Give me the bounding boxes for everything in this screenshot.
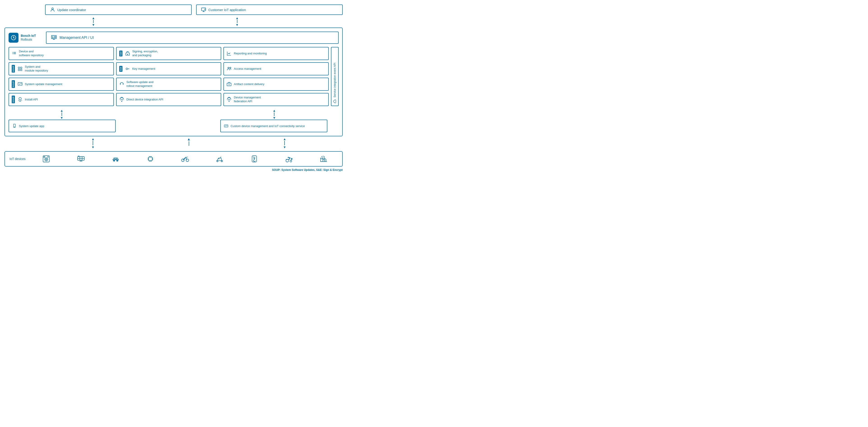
iot-label: IoT devices <box>9 157 26 161</box>
bottom-app-boxes: System update app Custom device manageme… <box>8 120 339 132</box>
management-api-bar: Management API / UI <box>46 32 339 44</box>
se-badge-1: S&E <box>119 51 122 56</box>
soup-badge-2: SOUP <box>12 80 15 88</box>
svg-rect-14 <box>21 67 22 68</box>
page-wrapper: Update coordinator Customer IoT applicat… <box>4 4 343 172</box>
device-software-repo-box: Device andsoftware repository <box>8 47 114 60</box>
services-grid: Device andsoftware repository S&E Signin… <box>8 47 329 106</box>
svg-rect-16 <box>21 69 22 70</box>
logo-area: Bosch IoT Rollouts <box>8 33 42 42</box>
install-api-box: SOUP Install API <box>8 93 114 106</box>
artifact-delivery-label: Artifact content delivery <box>234 82 264 86</box>
svg-rect-15 <box>18 69 20 70</box>
software-update-rollout-box: Software update androllout management <box>116 78 221 91</box>
svg-point-63 <box>286 159 288 162</box>
svg-point-18 <box>228 67 229 68</box>
customer-iot-label: Customer IoT application <box>208 8 246 12</box>
reporting-label: Reporting and monitoring <box>234 52 267 56</box>
module-icon <box>18 66 23 71</box>
factory-icon <box>320 155 328 163</box>
main-container: Bosch IoT Rollouts Management API / UI <box>4 28 343 136</box>
scooter-icon <box>216 155 224 163</box>
se-badge-2: S&E <box>119 66 122 72</box>
footer-note: SOUP: System Software Updates, S&E: Sign… <box>4 168 343 172</box>
custom-device-label: Custom device management and IoT connect… <box>230 124 305 128</box>
logo-text: Bosch IoT Rollouts <box>21 34 36 41</box>
mid-spacer <box>115 109 221 120</box>
software-update-rollout-label: Software update androllout management <box>126 80 154 88</box>
key-management-box: S&E Key management <box>116 62 221 75</box>
system-module-label: System andmodule repository <box>25 65 48 73</box>
svg-point-30 <box>44 158 48 161</box>
iot-devices-row: IoT devices <box>4 151 343 167</box>
right-down-arrow: ▲ ▼ <box>221 109 328 120</box>
svg-text:21°: 21° <box>253 156 254 158</box>
customer-iot-box: Customer IoT application <box>196 4 343 15</box>
tractor-icon <box>285 155 293 163</box>
svg-rect-13 <box>18 67 20 68</box>
chip-icon <box>146 155 154 163</box>
svg-point-17 <box>126 68 127 69</box>
direct-integration-label: Direct device integration API <box>126 98 163 102</box>
update-coordinator-label: Update coordinator <box>57 8 86 12</box>
middle-connectors: ▲ ▼ ▲ ▲ ▼ <box>4 137 343 149</box>
bottom-inner-section: ▲ ▼ ▲ ▼ <box>8 109 339 132</box>
product-name: Rollouts <box>21 38 36 41</box>
iot-icons-container: 21° <box>32 155 338 163</box>
svg-point-33 <box>48 156 49 157</box>
car-icon <box>112 155 120 163</box>
system-update-mgmt-box: SOUP System update management <box>8 78 114 91</box>
delivery-icon <box>226 82 231 87</box>
update-icon <box>18 82 23 87</box>
monitor-icon <box>201 7 206 12</box>
federation-icon <box>226 97 231 102</box>
management-api-icon <box>51 35 57 40</box>
system-update-app-label: System update app <box>19 124 44 128</box>
access-icon <box>226 66 231 71</box>
update-coordinator-box: Update coordinator <box>45 4 192 15</box>
top-connectors: ▲ ▼ ▲ ▼ <box>4 16 343 27</box>
custom-device-box: Custom device management and IoT connect… <box>220 120 328 132</box>
svg-point-3 <box>13 37 14 38</box>
svg-point-12 <box>127 54 128 55</box>
services-layout: Device andsoftware repository S&E Signin… <box>8 47 339 106</box>
bottom-arrows-row: ▲ ▼ ▲ ▼ <box>8 109 339 120</box>
cloud-api-icon <box>333 99 337 103</box>
system-update-mgmt-label: System update management <box>25 82 62 86</box>
svg-point-25 <box>229 101 229 102</box>
sidebar-api-bar: Service integration event API <box>331 47 339 106</box>
logo-svg <box>10 34 17 41</box>
top-row: Update coordinator Customer IoT applicat… <box>4 4 343 15</box>
person-icon <box>50 7 55 12</box>
left-top-arrow: ▲ ▼ <box>46 16 141 27</box>
svg-point-64 <box>290 160 292 162</box>
direct-icon <box>119 97 124 102</box>
brand-name: Bosch IoT <box>21 34 36 38</box>
svg-rect-65 <box>323 160 324 162</box>
device-mgmt-federation-box: Device managementfederation API <box>223 93 329 106</box>
svg-rect-28 <box>224 125 228 127</box>
footer-note-text: : System Software Updates, <box>280 168 316 172</box>
washer-icon <box>42 155 50 163</box>
access-management-box: Access management <box>223 62 329 75</box>
bosch-logo-icon <box>8 33 19 42</box>
custom-device-icon <box>224 124 228 128</box>
device-mgmt-federation-label: Device managementfederation API <box>234 96 260 103</box>
artifact-delivery-box: Artifact content delivery <box>223 78 329 91</box>
svg-point-31 <box>45 159 47 160</box>
encrypt-icon <box>125 51 130 56</box>
svg-point-24 <box>121 101 122 102</box>
install-icon <box>18 97 23 102</box>
svg-rect-41 <box>149 157 152 161</box>
reporting-monitoring-box: Reporting and monitoring <box>223 47 329 60</box>
solar-icon <box>77 155 85 163</box>
svg-rect-5 <box>54 36 56 38</box>
system-module-repo-box: SOUP System andmodule repository <box>8 62 114 75</box>
access-mgmt-label: Access management <box>234 67 261 71</box>
thermostat-icon: 21° <box>250 155 258 163</box>
svg-point-56 <box>186 157 186 158</box>
soup-badge-1: SOUP <box>12 65 15 73</box>
soup-label: SOUP <box>272 168 280 172</box>
phone-icon <box>12 124 17 128</box>
signing-encryption-box: S&E Signing, encryption,and packaging <box>116 47 221 60</box>
